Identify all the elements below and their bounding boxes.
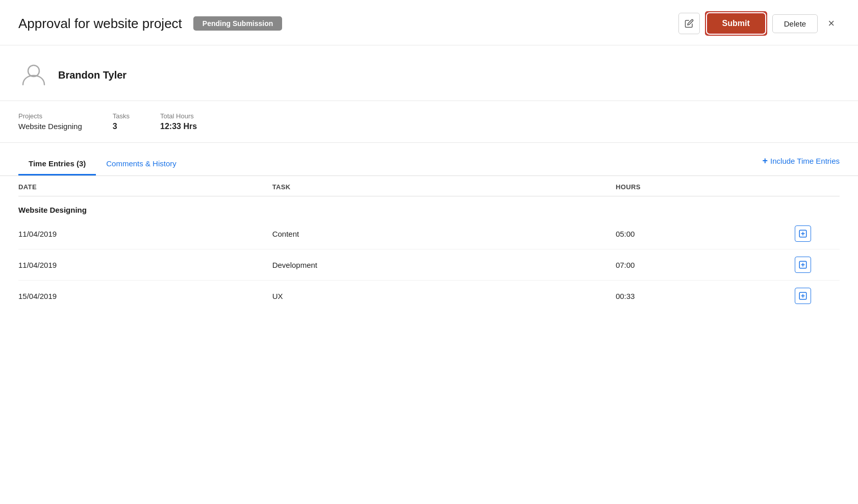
user-section: Brandon Tyler (0, 45, 858, 101)
table-row: 15/04/2019 UX 00:33 (18, 281, 840, 312)
projects-label: Projects (18, 112, 82, 120)
projects-col: Projects Website Designing (18, 112, 82, 131)
col-header-task: TASK (272, 176, 616, 196)
total-hours-label: Total Hours (160, 112, 197, 120)
submit-button[interactable]: Submit (707, 13, 765, 34)
status-badge: Pending Submission (193, 16, 282, 31)
page-wrapper: Approval for website project Pending Sub… (0, 0, 858, 504)
edit-icon (685, 19, 694, 28)
tabs-bar: Time Entries (3) Comments & History + In… (0, 152, 858, 176)
row-action (795, 281, 840, 312)
row-task: Development (272, 249, 616, 281)
table-row: 11/04/2019 Content 05:00 (18, 218, 840, 249)
row-date: 11/04/2019 (18, 249, 272, 281)
add-comment-button[interactable] (795, 225, 811, 242)
add-comment-button[interactable] (795, 257, 811, 273)
row-hours: 05:00 (616, 218, 795, 249)
close-button[interactable]: × (823, 14, 840, 33)
col-header-action (795, 176, 840, 196)
add-comment-button[interactable] (795, 288, 811, 304)
row-action (795, 249, 840, 281)
submit-button-wrapper: Submit (705, 11, 767, 36)
row-action (795, 218, 840, 249)
svg-point-0 (28, 65, 39, 77)
include-label: Include Time Entries (770, 157, 840, 165)
total-hours-value: 12:33 Hrs (160, 122, 197, 131)
page-title: Approval for website project (18, 16, 182, 32)
group-label: Website Designing (18, 196, 840, 219)
avatar-icon (20, 61, 47, 89)
row-task: Content (272, 218, 616, 249)
projects-value: Website Designing (18, 122, 82, 131)
row-hours: 07:00 (616, 249, 795, 281)
user-avatar (18, 60, 49, 90)
tabs-left: Time Entries (3) Comments & History (18, 152, 187, 175)
delete-button[interactable]: Delete (772, 14, 818, 33)
header: Approval for website project Pending Sub… (0, 0, 858, 45)
table-row: 11/04/2019 Development 07:00 (18, 249, 840, 281)
group-header-row: Website Designing (18, 196, 840, 219)
edit-button[interactable] (678, 13, 700, 34)
col-header-date: DATE (18, 176, 272, 196)
user-name: Brandon Tyler (58, 69, 127, 81)
row-date: 11/04/2019 (18, 218, 272, 249)
tasks-col: Tasks 3 (113, 112, 130, 131)
time-entries-table: DATE TASK HOURS Website Designing 11/04/… (18, 176, 840, 311)
project-info: Projects Website Designing Tasks 3 Total… (0, 101, 858, 143)
include-time-entries-link[interactable]: + Include Time Entries (763, 156, 840, 172)
tasks-label: Tasks (113, 112, 130, 120)
tab-comments-history[interactable]: Comments & History (96, 152, 187, 175)
tab-time-entries[interactable]: Time Entries (3) (18, 152, 96, 175)
header-left: Approval for website project Pending Sub… (18, 16, 282, 32)
tasks-value: 3 (113, 122, 130, 131)
total-hours-col: Total Hours 12:33 Hrs (160, 112, 197, 131)
row-task: UX (272, 281, 616, 312)
header-actions: Submit Delete × (678, 11, 840, 36)
col-header-hours: HOURS (616, 176, 795, 196)
plus-icon: + (763, 156, 768, 166)
row-date: 15/04/2019 (18, 281, 272, 312)
table-wrapper: DATE TASK HOURS Website Designing 11/04/… (0, 176, 858, 311)
row-hours: 00:33 (616, 281, 795, 312)
